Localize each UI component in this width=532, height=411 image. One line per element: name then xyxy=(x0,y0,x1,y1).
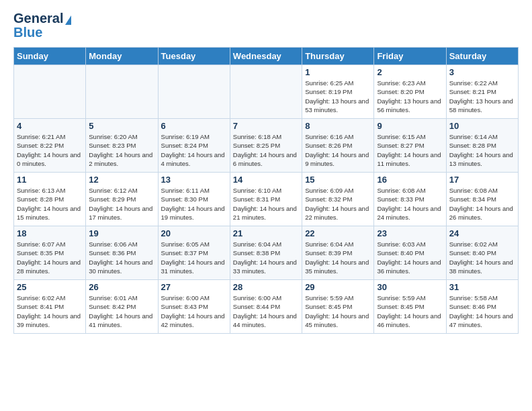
day-info: Sunrise: 6:02 AMSunset: 8:41 PMDaylight:… xyxy=(17,293,83,329)
day-number: 15 xyxy=(305,175,371,185)
day-info: Sunrise: 6:23 AMSunset: 8:20 PMDaylight:… xyxy=(377,79,443,114)
calendar-cell: 8Sunrise: 6:16 AMSunset: 8:26 PMDaylight… xyxy=(302,119,374,173)
day-number: 23 xyxy=(377,228,443,238)
calendar-cell: 14Sunrise: 6:10 AMSunset: 8:31 PMDayligh… xyxy=(230,173,302,226)
day-info: Sunrise: 6:18 AMSunset: 8:25 PMDaylight:… xyxy=(233,132,299,168)
calendar-cell xyxy=(158,65,230,119)
calendar-cell: 24Sunrise: 6:02 AMSunset: 8:40 PMDayligh… xyxy=(446,226,518,280)
day-info: Sunrise: 6:00 AMSunset: 8:43 PMDaylight:… xyxy=(161,293,227,329)
day-number: 3 xyxy=(449,67,515,77)
day-info: Sunrise: 6:15 AMSunset: 8:27 PMDaylight:… xyxy=(377,132,443,168)
day-number: 6 xyxy=(161,121,227,131)
weekday-header-friday: Friday xyxy=(374,48,446,65)
calendar-cell: 28Sunrise: 6:00 AMSunset: 8:44 PMDayligh… xyxy=(230,280,302,334)
weekday-header-thursday: Thursday xyxy=(302,48,374,65)
day-info: Sunrise: 6:25 AMSunset: 8:19 PMDaylight:… xyxy=(305,79,371,114)
day-number: 14 xyxy=(233,175,299,185)
day-info: Sunrise: 6:08 AMSunset: 8:34 PMDaylight:… xyxy=(449,186,515,222)
calendar-cell: 20Sunrise: 6:05 AMSunset: 8:37 PMDayligh… xyxy=(158,226,230,280)
calendar-cell: 10Sunrise: 6:14 AMSunset: 8:28 PMDayligh… xyxy=(446,119,518,173)
day-info: Sunrise: 6:04 AMSunset: 8:38 PMDaylight:… xyxy=(233,240,299,275)
calendar-cell: 16Sunrise: 6:08 AMSunset: 8:33 PMDayligh… xyxy=(374,173,446,226)
calendar-week-3: 11Sunrise: 6:13 AMSunset: 8:28 PMDayligh… xyxy=(14,173,519,226)
day-info: Sunrise: 5:59 AMSunset: 8:45 PMDaylight:… xyxy=(305,293,371,329)
day-info: Sunrise: 6:22 AMSunset: 8:21 PMDaylight:… xyxy=(449,79,515,114)
logo-triangle-icon xyxy=(65,15,71,25)
day-number: 17 xyxy=(449,175,515,185)
day-number: 18 xyxy=(17,228,83,238)
day-info: Sunrise: 6:07 AMSunset: 8:35 PMDaylight:… xyxy=(17,240,83,275)
day-number: 8 xyxy=(305,121,371,131)
day-number: 13 xyxy=(161,175,227,185)
day-info: Sunrise: 5:59 AMSunset: 8:45 PMDaylight:… xyxy=(377,293,443,329)
day-number: 2 xyxy=(377,67,443,77)
day-number: 29 xyxy=(305,282,371,292)
weekday-header-sunday: Sunday xyxy=(14,48,86,65)
day-info: Sunrise: 6:14 AMSunset: 8:28 PMDaylight:… xyxy=(449,132,515,168)
day-info: Sunrise: 6:09 AMSunset: 8:32 PMDaylight:… xyxy=(305,186,371,222)
day-number: 25 xyxy=(17,282,83,292)
day-number: 28 xyxy=(233,282,299,292)
day-number: 19 xyxy=(89,228,154,238)
day-number: 31 xyxy=(449,282,515,292)
calendar-cell: 30Sunrise: 5:59 AMSunset: 8:45 PMDayligh… xyxy=(374,280,446,334)
calendar-cell: 11Sunrise: 6:13 AMSunset: 8:28 PMDayligh… xyxy=(14,173,86,226)
calendar-cell: 31Sunrise: 5:58 AMSunset: 8:46 PMDayligh… xyxy=(446,280,518,334)
calendar-cell: 26Sunrise: 6:01 AMSunset: 8:42 PMDayligh… xyxy=(86,280,158,334)
day-info: Sunrise: 6:12 AMSunset: 8:29 PMDaylight:… xyxy=(89,186,154,222)
day-number: 11 xyxy=(17,175,83,185)
day-number: 24 xyxy=(449,228,515,238)
day-info: Sunrise: 6:03 AMSunset: 8:40 PMDaylight:… xyxy=(377,240,443,275)
calendar-cell: 25Sunrise: 6:02 AMSunset: 8:41 PMDayligh… xyxy=(14,280,86,334)
day-info: Sunrise: 6:20 AMSunset: 8:23 PMDaylight:… xyxy=(89,132,154,168)
day-info: Sunrise: 6:11 AMSunset: 8:30 PMDaylight:… xyxy=(161,186,227,222)
day-info: Sunrise: 6:13 AMSunset: 8:28 PMDaylight:… xyxy=(17,186,83,222)
day-number: 20 xyxy=(161,228,227,238)
day-info: Sunrise: 6:21 AMSunset: 8:22 PMDaylight:… xyxy=(17,132,83,168)
weekday-header-monday: Monday xyxy=(86,48,158,65)
day-number: 27 xyxy=(161,282,227,292)
day-info: Sunrise: 6:00 AMSunset: 8:44 PMDaylight:… xyxy=(233,293,299,329)
calendar-cell: 9Sunrise: 6:15 AMSunset: 8:27 PMDaylight… xyxy=(374,119,446,173)
day-number: 4 xyxy=(17,121,83,131)
calendar-week-1: 1Sunrise: 6:25 AMSunset: 8:19 PMDaylight… xyxy=(14,65,519,119)
day-info: Sunrise: 6:01 AMSunset: 8:42 PMDaylight:… xyxy=(89,293,154,329)
page: General Blue SundayMondayTuesdayWednesda… xyxy=(0,0,532,411)
calendar-cell: 13Sunrise: 6:11 AMSunset: 8:30 PMDayligh… xyxy=(158,173,230,226)
weekday-header-wednesday: Wednesday xyxy=(230,48,302,65)
day-info: Sunrise: 6:08 AMSunset: 8:33 PMDaylight:… xyxy=(377,186,443,222)
calendar-week-2: 4Sunrise: 6:21 AMSunset: 8:22 PMDaylight… xyxy=(14,119,519,173)
calendar-cell: 1Sunrise: 6:25 AMSunset: 8:19 PMDaylight… xyxy=(302,65,374,119)
calendar-cell: 15Sunrise: 6:09 AMSunset: 8:32 PMDayligh… xyxy=(302,173,374,226)
day-number: 21 xyxy=(233,228,299,238)
calendar-cell: 7Sunrise: 6:18 AMSunset: 8:25 PMDaylight… xyxy=(230,119,302,173)
day-number: 16 xyxy=(377,175,443,185)
calendar-cell: 23Sunrise: 6:03 AMSunset: 8:40 PMDayligh… xyxy=(374,226,446,280)
logo: General Blue xyxy=(13,11,71,40)
calendar-cell xyxy=(14,65,86,119)
calendar-cell: 3Sunrise: 6:22 AMSunset: 8:21 PMDaylight… xyxy=(446,65,518,119)
logo-text: General xyxy=(13,11,71,26)
calendar-cell: 12Sunrise: 6:12 AMSunset: 8:29 PMDayligh… xyxy=(86,173,158,226)
calendar-cell: 27Sunrise: 6:00 AMSunset: 8:43 PMDayligh… xyxy=(158,280,230,334)
day-info: Sunrise: 6:19 AMSunset: 8:24 PMDaylight:… xyxy=(161,132,227,168)
calendar-cell: 6Sunrise: 6:19 AMSunset: 8:24 PMDaylight… xyxy=(158,119,230,173)
day-info: Sunrise: 6:05 AMSunset: 8:37 PMDaylight:… xyxy=(161,240,227,275)
day-number: 22 xyxy=(305,228,371,238)
day-info: Sunrise: 5:58 AMSunset: 8:46 PMDaylight:… xyxy=(449,293,515,329)
day-info: Sunrise: 6:16 AMSunset: 8:26 PMDaylight:… xyxy=(305,132,371,168)
calendar-cell xyxy=(86,65,158,119)
calendar-header-row: SundayMondayTuesdayWednesdayThursdayFrid… xyxy=(14,48,519,65)
calendar-cell: 5Sunrise: 6:20 AMSunset: 8:23 PMDaylight… xyxy=(86,119,158,173)
calendar-cell: 2Sunrise: 6:23 AMSunset: 8:20 PMDaylight… xyxy=(374,65,446,119)
day-number: 12 xyxy=(89,175,154,185)
header: General Blue xyxy=(13,11,519,40)
logo-blue: Blue xyxy=(13,25,42,40)
calendar-cell xyxy=(230,65,302,119)
calendar-cell: 21Sunrise: 6:04 AMSunset: 8:38 PMDayligh… xyxy=(230,226,302,280)
calendar-week-5: 25Sunrise: 6:02 AMSunset: 8:41 PMDayligh… xyxy=(14,280,519,334)
calendar-cell: 18Sunrise: 6:07 AMSunset: 8:35 PMDayligh… xyxy=(14,226,86,280)
day-number: 10 xyxy=(449,121,515,131)
calendar-cell: 17Sunrise: 6:08 AMSunset: 8:34 PMDayligh… xyxy=(446,173,518,226)
calendar: SundayMondayTuesdayWednesdayThursdayFrid… xyxy=(13,47,519,334)
